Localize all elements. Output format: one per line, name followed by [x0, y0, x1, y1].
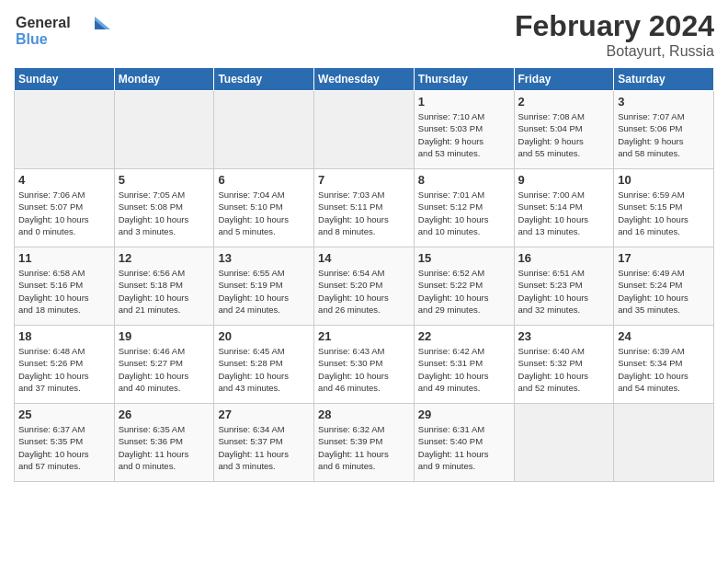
day-info: Sunrise: 6:49 AM Sunset: 5:24 PM Dayligh…	[618, 267, 710, 316]
day-info: Sunrise: 7:01 AM Sunset: 5:12 PM Dayligh…	[418, 189, 510, 237]
day-number: 15	[418, 251, 510, 265]
day-number: 16	[518, 251, 610, 265]
day-info: Sunrise: 6:35 AM Sunset: 5:36 PM Dayligh…	[119, 423, 210, 472]
day-info: Sunrise: 7:03 AM Sunset: 5:11 PM Dayligh…	[318, 189, 410, 237]
calendar-cell: 10Sunrise: 6:59 AM Sunset: 5:15 PM Dayli…	[614, 169, 714, 247]
header: General Blue February 2024 Botayurt, Rus…	[14, 9, 714, 60]
column-header-saturday: Saturday	[614, 68, 714, 91]
day-info: Sunrise: 6:52 AM Sunset: 5:22 PM Dayligh…	[418, 267, 510, 316]
day-number: 22	[418, 329, 510, 343]
week-row-4: 18Sunrise: 6:48 AM Sunset: 5:26 PM Dayli…	[15, 326, 714, 404]
calendar-table: SundayMondayTuesdayWednesdayThursdayFrid…	[14, 67, 714, 482]
calendar-cell	[214, 91, 314, 169]
day-number: 7	[318, 173, 410, 187]
day-info: Sunrise: 6:59 AM Sunset: 5:15 PM Dayligh…	[618, 189, 710, 237]
column-header-thursday: Thursday	[414, 68, 514, 91]
column-header-friday: Friday	[514, 68, 614, 91]
calendar-cell: 12Sunrise: 6:56 AM Sunset: 5:18 PM Dayli…	[114, 247, 214, 326]
day-number: 29	[418, 408, 510, 421]
column-header-wednesday: Wednesday	[314, 68, 415, 91]
title-block: February 2024 Botayurt, Russia	[515, 9, 714, 60]
day-number: 18	[18, 329, 110, 343]
day-number: 4	[18, 173, 110, 187]
day-number: 28	[318, 408, 410, 421]
logo-svg: General Blue	[14, 9, 115, 51]
day-info: Sunrise: 6:54 AM Sunset: 5:20 PM Dayligh…	[318, 267, 410, 316]
day-info: Sunrise: 7:10 AM Sunset: 5:03 PM Dayligh…	[418, 110, 510, 159]
calendar-cell: 26Sunrise: 6:35 AM Sunset: 5:36 PM Dayli…	[114, 404, 214, 482]
day-info: Sunrise: 6:56 AM Sunset: 5:18 PM Dayligh…	[119, 267, 210, 316]
column-header-monday: Monday	[114, 68, 214, 91]
calendar-cell	[514, 404, 614, 482]
day-info: Sunrise: 6:39 AM Sunset: 5:34 PM Dayligh…	[618, 345, 710, 394]
calendar-cell	[15, 91, 115, 169]
calendar-cell: 16Sunrise: 6:51 AM Sunset: 5:23 PM Dayli…	[514, 247, 614, 326]
day-info: Sunrise: 6:43 AM Sunset: 5:30 PM Dayligh…	[318, 345, 410, 394]
calendar-cell: 20Sunrise: 6:45 AM Sunset: 5:28 PM Dayli…	[214, 326, 314, 404]
day-number: 12	[119, 251, 210, 265]
svg-text:General: General	[16, 15, 71, 30]
calendar-cell: 5Sunrise: 7:05 AM Sunset: 5:08 PM Daylig…	[114, 169, 214, 247]
day-info: Sunrise: 7:06 AM Sunset: 5:07 PM Dayligh…	[18, 189, 110, 237]
calendar-cell	[114, 91, 214, 169]
calendar-cell: 27Sunrise: 6:34 AM Sunset: 5:37 PM Dayli…	[214, 404, 314, 482]
day-number: 19	[119, 329, 210, 343]
day-number: 17	[618, 251, 710, 265]
day-info: Sunrise: 7:07 AM Sunset: 5:06 PM Dayligh…	[618, 110, 710, 159]
day-number: 5	[119, 173, 210, 187]
day-number: 27	[218, 408, 310, 421]
day-number: 26	[119, 408, 210, 421]
calendar-cell: 22Sunrise: 6:42 AM Sunset: 5:31 PM Dayli…	[414, 326, 514, 404]
calendar-cell: 6Sunrise: 7:04 AM Sunset: 5:10 PM Daylig…	[214, 169, 314, 247]
calendar-cell: 7Sunrise: 7:03 AM Sunset: 5:11 PM Daylig…	[314, 169, 415, 247]
calendar-cell: 14Sunrise: 6:54 AM Sunset: 5:20 PM Dayli…	[314, 247, 415, 326]
week-row-3: 11Sunrise: 6:58 AM Sunset: 5:16 PM Dayli…	[15, 247, 714, 326]
day-info: Sunrise: 6:37 AM Sunset: 5:35 PM Dayligh…	[18, 423, 110, 472]
day-info: Sunrise: 7:00 AM Sunset: 5:14 PM Dayligh…	[518, 189, 610, 237]
day-info: Sunrise: 6:48 AM Sunset: 5:26 PM Dayligh…	[18, 345, 110, 394]
day-info: Sunrise: 6:58 AM Sunset: 5:16 PM Dayligh…	[18, 267, 110, 316]
calendar-cell: 15Sunrise: 6:52 AM Sunset: 5:22 PM Dayli…	[414, 247, 514, 326]
week-row-1: 1Sunrise: 7:10 AM Sunset: 5:03 PM Daylig…	[15, 91, 714, 169]
day-info: Sunrise: 7:08 AM Sunset: 5:04 PM Dayligh…	[518, 110, 610, 159]
calendar-cell	[614, 404, 714, 482]
day-number: 25	[18, 408, 110, 421]
column-header-sunday: Sunday	[15, 68, 115, 91]
calendar-cell: 24Sunrise: 6:39 AM Sunset: 5:34 PM Dayli…	[614, 326, 714, 404]
calendar-cell: 19Sunrise: 6:46 AM Sunset: 5:27 PM Dayli…	[114, 326, 214, 404]
day-info: Sunrise: 7:05 AM Sunset: 5:08 PM Dayligh…	[119, 189, 210, 237]
calendar-cell	[314, 91, 415, 169]
day-info: Sunrise: 6:42 AM Sunset: 5:31 PM Dayligh…	[418, 345, 510, 394]
day-info: Sunrise: 6:34 AM Sunset: 5:37 PM Dayligh…	[218, 423, 310, 472]
day-info: Sunrise: 6:45 AM Sunset: 5:28 PM Dayligh…	[218, 345, 310, 394]
day-number: 6	[218, 173, 310, 187]
day-number: 9	[518, 173, 610, 187]
day-info: Sunrise: 6:51 AM Sunset: 5:23 PM Dayligh…	[518, 267, 610, 316]
calendar-cell: 23Sunrise: 6:40 AM Sunset: 5:32 PM Dayli…	[514, 326, 614, 404]
day-number: 11	[18, 251, 110, 265]
calendar-cell: 4Sunrise: 7:06 AM Sunset: 5:07 PM Daylig…	[15, 169, 115, 247]
day-number: 24	[618, 329, 710, 343]
day-number: 21	[318, 329, 410, 343]
calendar-cell: 11Sunrise: 6:58 AM Sunset: 5:16 PM Dayli…	[15, 247, 115, 326]
calendar-cell: 17Sunrise: 6:49 AM Sunset: 5:24 PM Dayli…	[614, 247, 714, 326]
logo-block: General Blue	[14, 9, 115, 54]
day-number: 2	[518, 95, 610, 109]
day-info: Sunrise: 6:31 AM Sunset: 5:40 PM Dayligh…	[418, 423, 510, 472]
calendar-cell: 9Sunrise: 7:00 AM Sunset: 5:14 PM Daylig…	[514, 169, 614, 247]
day-number: 8	[418, 173, 510, 187]
calendar-cell: 28Sunrise: 6:32 AM Sunset: 5:39 PM Dayli…	[314, 404, 415, 482]
calendar-cell: 18Sunrise: 6:48 AM Sunset: 5:26 PM Dayli…	[15, 326, 115, 404]
calendar-cell: 25Sunrise: 6:37 AM Sunset: 5:35 PM Dayli…	[15, 404, 115, 482]
logo: General Blue	[14, 9, 115, 54]
day-info: Sunrise: 6:55 AM Sunset: 5:19 PM Dayligh…	[218, 267, 310, 316]
header-row: SundayMondayTuesdayWednesdayThursdayFrid…	[15, 68, 714, 91]
calendar-cell: 13Sunrise: 6:55 AM Sunset: 5:19 PM Dayli…	[214, 247, 314, 326]
calendar-cell: 1Sunrise: 7:10 AM Sunset: 5:03 PM Daylig…	[414, 91, 514, 169]
calendar-cell: 8Sunrise: 7:01 AM Sunset: 5:12 PM Daylig…	[414, 169, 514, 247]
column-header-tuesday: Tuesday	[214, 68, 314, 91]
calendar-title: February 2024	[515, 9, 714, 43]
day-number: 13	[218, 251, 310, 265]
day-number: 1	[418, 95, 510, 109]
calendar-cell: 21Sunrise: 6:43 AM Sunset: 5:30 PM Dayli…	[314, 326, 415, 404]
